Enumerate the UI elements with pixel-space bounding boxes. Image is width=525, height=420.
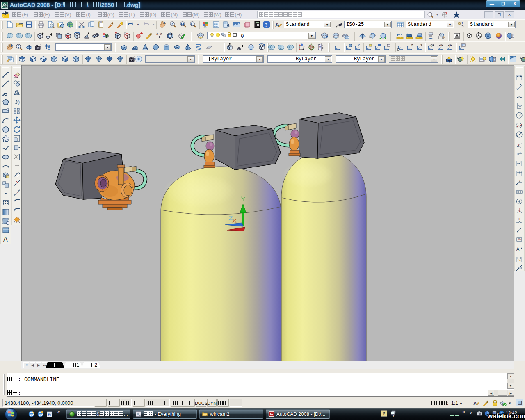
svg-text:A: A <box>204 25 206 29</box>
svg-text:A: A <box>3 236 8 243</box>
svg-text:A: A <box>473 401 477 406</box>
svg-text:1: 1 <box>519 179 520 182</box>
svg-text:Z: Z <box>449 45 451 48</box>
svg-text:0: 0 <box>319 45 321 48</box>
svg-text:A: A <box>275 21 279 28</box>
svg-text:?: ? <box>265 22 267 28</box>
svg-text:X: X <box>431 45 433 48</box>
svg-text:1: 1 <box>461 21 463 25</box>
svg-text:Z: Z <box>411 43 413 47</box>
svg-text:H: H <box>518 217 520 220</box>
svg-text:Y: Y <box>440 45 442 48</box>
svg-text:0:0: 0:0 <box>156 32 162 36</box>
svg-text:W: W <box>47 412 52 417</box>
svg-text:3: 3 <box>420 43 422 47</box>
svg-text:A: A <box>516 247 520 251</box>
